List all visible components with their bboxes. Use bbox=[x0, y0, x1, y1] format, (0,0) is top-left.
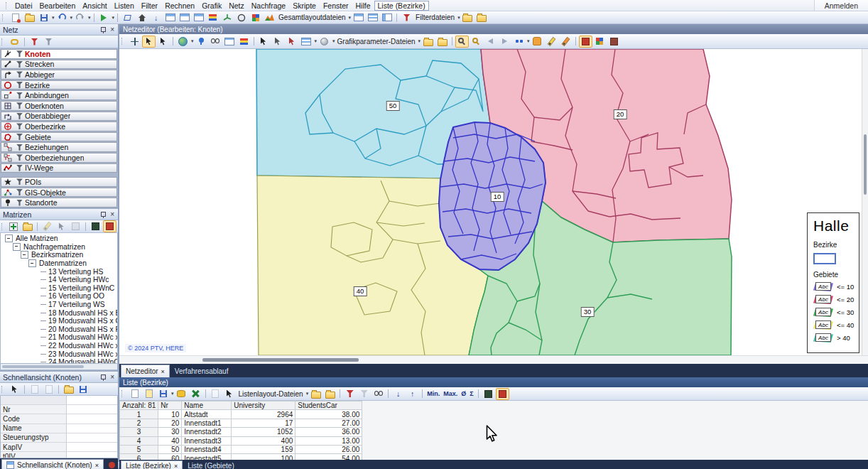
tree-leaf-matrix[interactable]: 20 Moduswahl HS x PT bbox=[4, 325, 117, 334]
pan-hand-button[interactable] bbox=[531, 36, 544, 48]
goto-network-button[interactable] bbox=[223, 388, 237, 400]
open-version-button[interactable] bbox=[23, 11, 36, 23]
tab-liste-gebiete[interactable]: Liste (Gebiete) bbox=[183, 461, 239, 469]
mean-button[interactable]: Ø bbox=[460, 390, 467, 397]
new-version-button[interactable] bbox=[9, 11, 22, 23]
sphere-dropdown[interactable]: ▾ bbox=[332, 38, 335, 44]
pin-icon[interactable] bbox=[100, 374, 106, 381]
column-header-studentscar[interactable]: StudentsCar bbox=[295, 401, 362, 410]
tree-node-bezirksmatrizen[interactable]: Bezirksmatrizen bbox=[4, 251, 117, 259]
tab-verfahrensablauf[interactable]: Verfahrensablauf bbox=[170, 365, 233, 377]
max-button[interactable]: Max. bbox=[442, 390, 459, 397]
stack-display-button[interactable] bbox=[300, 36, 313, 48]
previous-view-button[interactable] bbox=[484, 36, 497, 48]
copy-all-button[interactable] bbox=[42, 383, 55, 395]
matrizen-horizontal-scrollbar[interactable] bbox=[0, 364, 118, 370]
save-list-button[interactable] bbox=[156, 388, 170, 400]
filter-funnel-icon[interactable] bbox=[14, 189, 25, 195]
sort-descending-button[interactable]: ↑ bbox=[406, 388, 419, 400]
quickview-row-name[interactable]: Name bbox=[1, 424, 117, 433]
min-button[interactable]: Min. bbox=[425, 390, 441, 397]
choose-attributes-button[interactable] bbox=[8, 383, 21, 395]
save-filter-file-button[interactable] bbox=[475, 11, 489, 23]
filter-funnel-icon[interactable] bbox=[14, 92, 25, 99]
save-dropdown[interactable]: ▾ bbox=[52, 15, 55, 21]
open-filter-file-button[interactable] bbox=[461, 11, 474, 23]
netz-item-gis-objekte[interactable]: GIS-Objekte bbox=[1, 188, 117, 198]
filter-reset-button[interactable] bbox=[42, 36, 55, 48]
listenlayout-dropdown-arrow[interactable]: ▾ bbox=[306, 391, 309, 397]
menu-nachfrage[interactable]: Nachfrage bbox=[248, 1, 289, 11]
excel-export-button[interactable] bbox=[189, 388, 202, 400]
quickview-row-nr[interactable]: Nr bbox=[1, 405, 117, 414]
matrix-editor-button[interactable] bbox=[178, 11, 191, 23]
run-dropdown[interactable]: ▾ bbox=[112, 15, 115, 21]
list-display-button[interactable] bbox=[482, 388, 495, 400]
filter-funnel-icon[interactable] bbox=[14, 123, 25, 129]
map-vertical-scrollbar[interactable] bbox=[862, 49, 868, 355]
matrix-operations-button[interactable] bbox=[69, 220, 82, 232]
netz-item-standorte[interactable]: Standorte bbox=[1, 198, 117, 207]
import-button[interactable]: ↓ bbox=[149, 11, 163, 23]
sphere-display-button[interactable] bbox=[318, 36, 331, 48]
filter-funnel-icon[interactable] bbox=[14, 71, 25, 77]
delete-selection-button[interactable] bbox=[257, 36, 271, 48]
netz-item-oberabbieger[interactable]: Oberabbieger bbox=[1, 112, 117, 122]
netz-item-gebiete[interactable]: Gebiete bbox=[1, 132, 117, 142]
matrizen-panel-titlebar[interactable]: Matrizen × bbox=[0, 209, 118, 220]
zoom-dropdown[interactable]: ▾ bbox=[527, 38, 530, 44]
filter-funnel-icon[interactable] bbox=[14, 200, 25, 206]
filter-funnel-icon[interactable] bbox=[14, 154, 25, 161]
close-icon[interactable]: × bbox=[109, 374, 115, 381]
filter-funnel-icon[interactable] bbox=[14, 50, 25, 57]
gesamtlayout-dropdown-arrow[interactable]: ▾ bbox=[349, 15, 352, 21]
home-view-button[interactable] bbox=[135, 11, 148, 23]
tree-leaf-matrix[interactable]: 22 Moduswahl HWc x C bbox=[4, 342, 117, 350]
matrix-color-button[interactable] bbox=[249, 11, 262, 23]
zoom-out-button[interactable] bbox=[470, 36, 483, 48]
menu-listen[interactable]: Listen bbox=[111, 1, 138, 11]
layout-vertical-button[interactable] bbox=[380, 11, 394, 23]
filterdateien-dropdown[interactable]: Filterdateien bbox=[414, 14, 456, 21]
pan-mode-button[interactable] bbox=[128, 36, 141, 48]
filter-funnel-icon[interactable] bbox=[14, 102, 25, 109]
tree-leaf-matrix[interactable]: 16 Verteilung OO bbox=[4, 292, 117, 301]
menu-fenster[interactable]: Fenster bbox=[320, 1, 352, 11]
quickview-value-cell[interactable] bbox=[67, 396, 117, 404]
liste-bezirke-titlebar[interactable]: Liste (Bezirke) bbox=[119, 377, 868, 387]
close-icon[interactable]: × bbox=[109, 211, 115, 218]
database-export-button[interactable] bbox=[175, 388, 188, 400]
tree-node-datenmatrizen[interactable]: Datenmatrizen bbox=[4, 259, 117, 268]
zoom-in-button[interactable] bbox=[455, 36, 469, 48]
tree-leaf-matrix[interactable]: 15 Verteilung HWnC bbox=[4, 284, 117, 293]
tab-liste-bezirke[interactable]: Liste (Bezirke) × bbox=[121, 460, 183, 469]
table-row[interactable]: 4 40 Innenstadt3 400 13.00 bbox=[120, 436, 362, 445]
list-window-button[interactable] bbox=[192, 11, 205, 23]
tree-node-nachfragematrizen[interactable]: Nachfragematrizen bbox=[4, 243, 117, 252]
pin-icon[interactable] bbox=[100, 26, 106, 33]
filter-funnel-icon[interactable] bbox=[14, 113, 25, 119]
find-button[interactable] bbox=[209, 36, 222, 48]
netzeditor-titlebar[interactable]: Netzeditor (Bearbeiten: Knoten) bbox=[119, 24, 868, 34]
save-graphics-file-button[interactable] bbox=[435, 36, 449, 48]
collapse-icon[interactable] bbox=[21, 251, 28, 259]
filter-funnel-icon[interactable] bbox=[14, 144, 25, 151]
tree-leaf-matrix[interactable]: 24 Moduswahl HWnC x B bbox=[4, 358, 117, 364]
netz-item-beziehungen[interactable]: Beziehungen bbox=[1, 142, 117, 152]
filter-funnel-icon[interactable] bbox=[14, 82, 25, 88]
open-list-layout-button[interactable] bbox=[309, 388, 322, 400]
stack-dropdown[interactable]: ▾ bbox=[315, 38, 318, 44]
filter-settings-button[interactable] bbox=[400, 11, 413, 23]
menu-liste-bezirke[interactable]: Liste (Bezirke) bbox=[374, 1, 429, 11]
gesamtlayout-dropdown[interactable]: Gesamtlayoutdateien bbox=[277, 14, 347, 21]
quickview-value-cell[interactable] bbox=[67, 433, 117, 442]
list-record-button[interactable] bbox=[496, 388, 509, 400]
save-list-dropdown[interactable]: ▾ bbox=[171, 391, 174, 397]
tree-leaf-matrix[interactable]: 18 Moduswahl HS x Bike bbox=[4, 308, 117, 317]
column-header-name[interactable]: Name bbox=[182, 401, 232, 410]
link-objects-button[interactable] bbox=[8, 36, 21, 48]
collapse-icon[interactable] bbox=[5, 234, 13, 242]
matrix-display-button[interactable] bbox=[89, 220, 102, 232]
select-mode-button[interactable] bbox=[142, 36, 156, 48]
menu-ansicht[interactable]: Ansicht bbox=[79, 1, 110, 11]
